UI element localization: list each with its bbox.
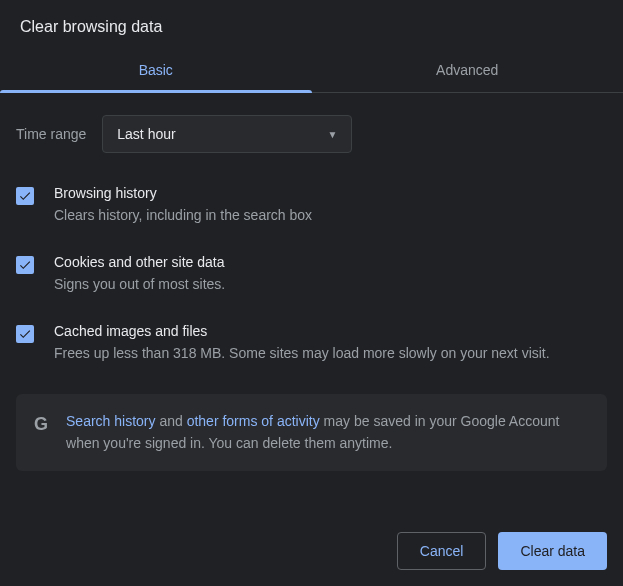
option-text: Browsing history Clears history, includi…: [54, 185, 607, 226]
option-cache: Cached images and files Frees up less th…: [16, 309, 607, 378]
tabs: Basic Advanced: [0, 48, 623, 93]
dialog-title: Clear browsing data: [0, 0, 623, 48]
link-other-activity[interactable]: other forms of activity: [187, 413, 320, 429]
time-range-value: Last hour: [117, 126, 175, 142]
tab-basic[interactable]: Basic: [0, 48, 312, 92]
tab-advanced[interactable]: Advanced: [312, 48, 624, 92]
option-desc: Signs you out of most sites.: [54, 274, 607, 295]
clear-data-button[interactable]: Clear data: [498, 532, 607, 570]
checkbox-browsing-history[interactable]: [16, 187, 34, 205]
option-browsing-history: Browsing history Clears history, includi…: [16, 171, 607, 240]
option-title: Cached images and files: [54, 323, 607, 343]
time-range-row: Time range Last hour ▼: [0, 93, 623, 171]
check-icon: [18, 327, 32, 341]
options-list: Browsing history Clears history, includi…: [0, 171, 623, 378]
time-range-label: Time range: [16, 126, 86, 142]
link-search-history[interactable]: Search history: [66, 413, 155, 429]
google-icon: G: [34, 414, 48, 435]
option-title: Cookies and other site data: [54, 254, 607, 274]
option-title: Browsing history: [54, 185, 607, 205]
cancel-button[interactable]: Cancel: [397, 532, 487, 570]
option-desc: Clears history, including in the search …: [54, 205, 607, 226]
check-icon: [18, 189, 32, 203]
check-icon: [18, 258, 32, 272]
footer: Cancel Clear data: [397, 532, 607, 570]
option-cookies: Cookies and other site data Signs you ou…: [16, 240, 607, 309]
option-text: Cached images and files Frees up less th…: [54, 323, 607, 364]
option-text: Cookies and other site data Signs you ou…: [54, 254, 607, 295]
info-text: Search history and other forms of activi…: [66, 410, 589, 455]
option-desc: Frees up less than 318 MB. Some sites ma…: [54, 343, 607, 364]
info-mid1: and: [156, 413, 187, 429]
checkbox-cache[interactable]: [16, 325, 34, 343]
time-range-select[interactable]: Last hour ▼: [102, 115, 352, 153]
checkbox-cookies[interactable]: [16, 256, 34, 274]
chevron-down-icon: ▼: [327, 129, 337, 140]
info-box: G Search history and other forms of acti…: [16, 394, 607, 471]
